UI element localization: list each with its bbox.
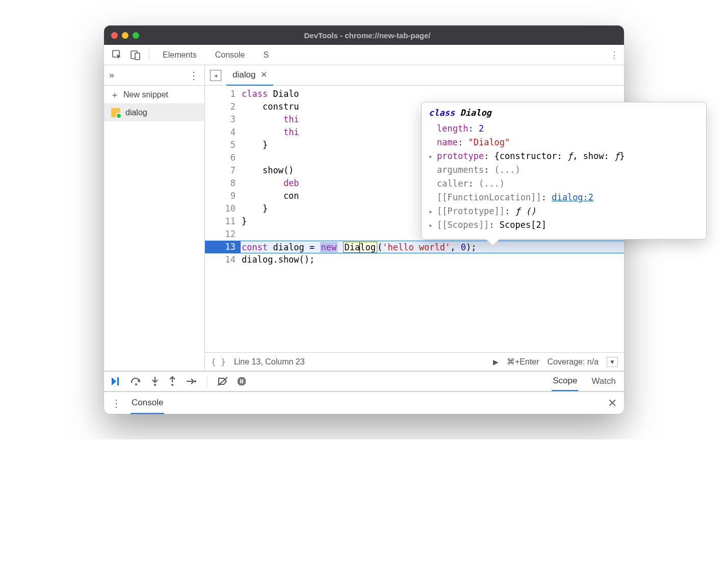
device-toolbar-icon[interactable] xyxy=(127,47,144,63)
popover-property: length: 2 xyxy=(429,122,699,136)
line-number[interactable]: 11 xyxy=(205,215,236,228)
popover-property[interactable]: [[Scopes]]: Scopes[2] xyxy=(429,218,699,232)
resume-icon[interactable] xyxy=(111,377,121,386)
pause-on-exceptions-icon[interactable] xyxy=(237,377,246,386)
console-drawer: ⋮ Console ✕ xyxy=(104,392,624,414)
tab-scope[interactable]: Scope xyxy=(552,372,578,391)
tab-elements[interactable]: Elements xyxy=(154,45,205,65)
line-gutter: 1234567891011121314 xyxy=(205,86,241,352)
popover-property[interactable]: [[FunctionLocation]]: dialog:2 xyxy=(429,191,699,204)
object-preview-popover: class Dialog length: 2name: "Dialog"prot… xyxy=(421,102,707,240)
popover-property: caller: (...) xyxy=(429,177,699,191)
svg-rect-2 xyxy=(135,53,140,60)
line-number[interactable]: 9 xyxy=(205,190,236,202)
source-location-link[interactable]: dialog:2 xyxy=(552,192,593,202)
titlebar: DevTools - chrome://new-tab-page/ xyxy=(104,25,624,45)
editor-column: ◂ dialog ✕ 1234567891011121314 class Dia… xyxy=(205,65,624,371)
snippet-name: dialog xyxy=(125,108,147,117)
popover-property[interactable]: prototype: {constructor: ƒ, show: ƒ} xyxy=(429,149,699,163)
new-snippet-button[interactable]: ＋ New snippet xyxy=(104,86,204,104)
close-drawer-icon[interactable]: ✕ xyxy=(608,397,617,410)
svg-point-6 xyxy=(171,384,173,386)
line-number[interactable]: 12 xyxy=(205,228,236,241)
devtools-window: DevTools - chrome://new-tab-page/ Elemen… xyxy=(104,25,624,414)
debugger-toolbar: Scope Watch xyxy=(104,371,624,392)
cursor-position: Line 13, Column 23 xyxy=(234,357,305,367)
run-snippet-icon[interactable]: ▶ xyxy=(493,358,499,366)
deactivate-breakpoints-icon[interactable] xyxy=(218,377,228,386)
file-tab[interactable]: dialog ✕ xyxy=(226,65,273,86)
svg-rect-8 xyxy=(240,379,241,383)
navigate-back-icon[interactable]: ◂ xyxy=(210,70,221,81)
navigator-more-icon[interactable]: ⋮ xyxy=(189,69,199,82)
step-over-icon[interactable] xyxy=(131,377,142,386)
popover-property: arguments: (...) xyxy=(429,163,699,177)
snippet-file-icon xyxy=(111,108,120,117)
step-icon[interactable] xyxy=(186,377,197,385)
step-into-icon[interactable] xyxy=(151,376,159,386)
new-snippet-label: New snippet xyxy=(123,90,168,99)
coverage-label: Coverage: n/a xyxy=(548,357,599,367)
file-tab-label: dialog xyxy=(232,70,255,80)
popover-property[interactable]: [[Prototype]]: ƒ () xyxy=(429,204,699,218)
navigator-sidebar: » ⋮ ＋ New snippet dialog xyxy=(104,65,205,371)
line-number[interactable]: 6 xyxy=(205,151,236,164)
drawer-more-icon[interactable]: ⋮ xyxy=(111,397,121,409)
tab-sources[interactable]: S xyxy=(255,45,277,65)
editor-tabbar: ◂ dialog ✕ xyxy=(205,65,624,86)
svg-rect-3 xyxy=(117,377,119,385)
settings-icon[interactable]: ⋮ xyxy=(610,49,619,61)
plus-icon: ＋ xyxy=(110,89,119,101)
line-number[interactable]: 2 xyxy=(205,100,236,113)
svg-point-4 xyxy=(135,383,137,385)
panel-tabstrip: Elements Console S ⋮ xyxy=(104,45,624,65)
line-number[interactable]: 10 xyxy=(205,202,236,215)
code-line[interactable]: const dialog = new Dialog('hello world',… xyxy=(241,241,624,253)
svg-rect-9 xyxy=(242,379,243,383)
window-title: DevTools - chrome://new-tab-page/ xyxy=(118,31,617,40)
navigator-overflow-icon[interactable]: » xyxy=(109,70,114,81)
popover-property: name: "Dialog" xyxy=(429,136,699,149)
close-tab-icon[interactable]: ✕ xyxy=(261,70,267,80)
separator xyxy=(207,376,207,387)
line-number[interactable]: 14 xyxy=(205,253,236,266)
line-number[interactable]: 3 xyxy=(205,113,236,126)
line-number[interactable]: 7 xyxy=(205,164,236,177)
line-number[interactable]: 4 xyxy=(205,126,236,139)
code-line[interactable]: dialog.show(); xyxy=(241,253,624,266)
drawer-tab-console[interactable]: Console xyxy=(131,393,164,414)
pretty-print-icon[interactable]: { } xyxy=(211,357,226,367)
toggle-details-icon[interactable]: ▼ xyxy=(607,357,618,367)
code-line[interactable]: class Dialo xyxy=(241,88,624,100)
inspect-element-icon[interactable] xyxy=(109,47,125,63)
snippet-item[interactable]: dialog xyxy=(104,104,204,121)
svg-point-7 xyxy=(194,380,196,382)
tab-console[interactable]: Console xyxy=(207,45,253,65)
line-number[interactable]: 5 xyxy=(205,139,236,151)
run-hint: ⌘+Enter xyxy=(507,357,539,367)
window-close-icon[interactable] xyxy=(111,32,118,39)
separator xyxy=(149,49,149,61)
svg-point-5 xyxy=(154,384,156,386)
line-number[interactable]: 8 xyxy=(205,177,236,190)
tab-watch[interactable]: Watch xyxy=(590,372,617,391)
editor-statusbar: { } Line 13, Column 23 ▶ ⌘+Enter Coverag… xyxy=(205,352,624,371)
step-out-icon[interactable] xyxy=(168,376,176,386)
line-number[interactable]: 1 xyxy=(205,88,236,100)
popover-title: class Dialog xyxy=(429,108,699,118)
line-number[interactable]: 13 xyxy=(205,241,241,253)
